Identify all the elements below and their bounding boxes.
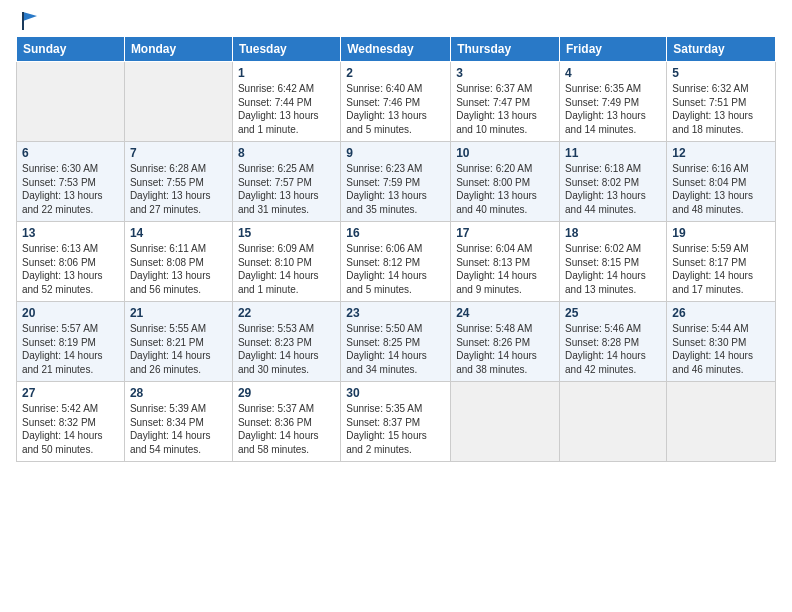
day-info: Sunrise: 6:42 AM Sunset: 7:44 PM Dayligh…	[238, 82, 335, 136]
calendar-cell: 17Sunrise: 6:04 AM Sunset: 8:13 PM Dayli…	[451, 222, 560, 302]
day-info: Sunrise: 5:53 AM Sunset: 8:23 PM Dayligh…	[238, 322, 335, 376]
day-info: Sunrise: 6:18 AM Sunset: 8:02 PM Dayligh…	[565, 162, 661, 216]
logo	[16, 10, 39, 28]
calendar-week-5: 27Sunrise: 5:42 AM Sunset: 8:32 PM Dayli…	[17, 382, 776, 462]
day-info: Sunrise: 5:50 AM Sunset: 8:25 PM Dayligh…	[346, 322, 445, 376]
header	[16, 10, 776, 28]
day-info: Sunrise: 6:23 AM Sunset: 7:59 PM Dayligh…	[346, 162, 445, 216]
calendar-header-row: SundayMondayTuesdayWednesdayThursdayFrid…	[17, 37, 776, 62]
calendar-cell	[560, 382, 667, 462]
calendar-cell: 8Sunrise: 6:25 AM Sunset: 7:57 PM Daylig…	[232, 142, 340, 222]
day-info: Sunrise: 6:16 AM Sunset: 8:04 PM Dayligh…	[672, 162, 770, 216]
logo-flag-icon	[19, 10, 39, 32]
calendar-cell: 2Sunrise: 6:40 AM Sunset: 7:46 PM Daylig…	[341, 62, 451, 142]
day-number: 10	[456, 146, 554, 160]
day-info: Sunrise: 6:37 AM Sunset: 7:47 PM Dayligh…	[456, 82, 554, 136]
calendar-cell: 14Sunrise: 6:11 AM Sunset: 8:08 PM Dayli…	[124, 222, 232, 302]
day-number: 13	[22, 226, 119, 240]
calendar-cell: 29Sunrise: 5:37 AM Sunset: 8:36 PM Dayli…	[232, 382, 340, 462]
calendar-cell: 30Sunrise: 5:35 AM Sunset: 8:37 PM Dayli…	[341, 382, 451, 462]
calendar-cell	[124, 62, 232, 142]
calendar-cell: 12Sunrise: 6:16 AM Sunset: 8:04 PM Dayli…	[667, 142, 776, 222]
day-info: Sunrise: 6:32 AM Sunset: 7:51 PM Dayligh…	[672, 82, 770, 136]
day-number: 14	[130, 226, 227, 240]
day-info: Sunrise: 6:04 AM Sunset: 8:13 PM Dayligh…	[456, 242, 554, 296]
day-number: 16	[346, 226, 445, 240]
day-number: 26	[672, 306, 770, 320]
calendar-cell: 5Sunrise: 6:32 AM Sunset: 7:51 PM Daylig…	[667, 62, 776, 142]
day-info: Sunrise: 6:25 AM Sunset: 7:57 PM Dayligh…	[238, 162, 335, 216]
day-info: Sunrise: 5:46 AM Sunset: 8:28 PM Dayligh…	[565, 322, 661, 376]
day-info: Sunrise: 6:02 AM Sunset: 8:15 PM Dayligh…	[565, 242, 661, 296]
day-number: 21	[130, 306, 227, 320]
day-number: 23	[346, 306, 445, 320]
calendar-cell: 21Sunrise: 5:55 AM Sunset: 8:21 PM Dayli…	[124, 302, 232, 382]
calendar-cell: 1Sunrise: 6:42 AM Sunset: 7:44 PM Daylig…	[232, 62, 340, 142]
calendar-cell: 11Sunrise: 6:18 AM Sunset: 8:02 PM Dayli…	[560, 142, 667, 222]
calendar-header-monday: Monday	[124, 37, 232, 62]
day-info: Sunrise: 6:35 AM Sunset: 7:49 PM Dayligh…	[565, 82, 661, 136]
day-number: 8	[238, 146, 335, 160]
day-info: Sunrise: 6:13 AM Sunset: 8:06 PM Dayligh…	[22, 242, 119, 296]
calendar-cell: 27Sunrise: 5:42 AM Sunset: 8:32 PM Dayli…	[17, 382, 125, 462]
svg-marker-0	[23, 12, 37, 30]
calendar-cell: 22Sunrise: 5:53 AM Sunset: 8:23 PM Dayli…	[232, 302, 340, 382]
day-number: 29	[238, 386, 335, 400]
day-info: Sunrise: 5:48 AM Sunset: 8:26 PM Dayligh…	[456, 322, 554, 376]
day-number: 18	[565, 226, 661, 240]
calendar-header-thursday: Thursday	[451, 37, 560, 62]
day-info: Sunrise: 5:55 AM Sunset: 8:21 PM Dayligh…	[130, 322, 227, 376]
day-number: 20	[22, 306, 119, 320]
calendar-header-tuesday: Tuesday	[232, 37, 340, 62]
calendar-cell: 20Sunrise: 5:57 AM Sunset: 8:19 PM Dayli…	[17, 302, 125, 382]
calendar-cell: 15Sunrise: 6:09 AM Sunset: 8:10 PM Dayli…	[232, 222, 340, 302]
calendar-cell: 28Sunrise: 5:39 AM Sunset: 8:34 PM Dayli…	[124, 382, 232, 462]
calendar-header-saturday: Saturday	[667, 37, 776, 62]
calendar-cell: 6Sunrise: 6:30 AM Sunset: 7:53 PM Daylig…	[17, 142, 125, 222]
day-info: Sunrise: 6:28 AM Sunset: 7:55 PM Dayligh…	[130, 162, 227, 216]
calendar: SundayMondayTuesdayWednesdayThursdayFrid…	[16, 36, 776, 462]
day-number: 22	[238, 306, 335, 320]
page: SundayMondayTuesdayWednesdayThursdayFrid…	[0, 0, 792, 472]
day-number: 17	[456, 226, 554, 240]
calendar-week-4: 20Sunrise: 5:57 AM Sunset: 8:19 PM Dayli…	[17, 302, 776, 382]
day-info: Sunrise: 5:37 AM Sunset: 8:36 PM Dayligh…	[238, 402, 335, 456]
calendar-header-friday: Friday	[560, 37, 667, 62]
calendar-header-wednesday: Wednesday	[341, 37, 451, 62]
calendar-cell	[17, 62, 125, 142]
day-number: 6	[22, 146, 119, 160]
day-number: 12	[672, 146, 770, 160]
calendar-cell: 10Sunrise: 6:20 AM Sunset: 8:00 PM Dayli…	[451, 142, 560, 222]
calendar-week-3: 13Sunrise: 6:13 AM Sunset: 8:06 PM Dayli…	[17, 222, 776, 302]
day-number: 3	[456, 66, 554, 80]
day-info: Sunrise: 6:11 AM Sunset: 8:08 PM Dayligh…	[130, 242, 227, 296]
day-info: Sunrise: 6:20 AM Sunset: 8:00 PM Dayligh…	[456, 162, 554, 216]
day-info: Sunrise: 6:30 AM Sunset: 7:53 PM Dayligh…	[22, 162, 119, 216]
day-number: 7	[130, 146, 227, 160]
day-number: 2	[346, 66, 445, 80]
calendar-cell: 26Sunrise: 5:44 AM Sunset: 8:30 PM Dayli…	[667, 302, 776, 382]
calendar-cell: 23Sunrise: 5:50 AM Sunset: 8:25 PM Dayli…	[341, 302, 451, 382]
calendar-cell: 19Sunrise: 5:59 AM Sunset: 8:17 PM Dayli…	[667, 222, 776, 302]
calendar-header-sunday: Sunday	[17, 37, 125, 62]
day-info: Sunrise: 6:06 AM Sunset: 8:12 PM Dayligh…	[346, 242, 445, 296]
calendar-cell: 25Sunrise: 5:46 AM Sunset: 8:28 PM Dayli…	[560, 302, 667, 382]
calendar-cell: 24Sunrise: 5:48 AM Sunset: 8:26 PM Dayli…	[451, 302, 560, 382]
day-number: 9	[346, 146, 445, 160]
calendar-cell: 18Sunrise: 6:02 AM Sunset: 8:15 PM Dayli…	[560, 222, 667, 302]
calendar-week-2: 6Sunrise: 6:30 AM Sunset: 7:53 PM Daylig…	[17, 142, 776, 222]
day-number: 4	[565, 66, 661, 80]
day-number: 5	[672, 66, 770, 80]
day-number: 11	[565, 146, 661, 160]
day-number: 27	[22, 386, 119, 400]
day-number: 19	[672, 226, 770, 240]
day-number: 1	[238, 66, 335, 80]
calendar-cell: 4Sunrise: 6:35 AM Sunset: 7:49 PM Daylig…	[560, 62, 667, 142]
day-number: 30	[346, 386, 445, 400]
calendar-cell: 7Sunrise: 6:28 AM Sunset: 7:55 PM Daylig…	[124, 142, 232, 222]
day-info: Sunrise: 6:40 AM Sunset: 7:46 PM Dayligh…	[346, 82, 445, 136]
day-info: Sunrise: 5:44 AM Sunset: 8:30 PM Dayligh…	[672, 322, 770, 376]
calendar-cell: 16Sunrise: 6:06 AM Sunset: 8:12 PM Dayli…	[341, 222, 451, 302]
day-info: Sunrise: 5:39 AM Sunset: 8:34 PM Dayligh…	[130, 402, 227, 456]
day-info: Sunrise: 5:35 AM Sunset: 8:37 PM Dayligh…	[346, 402, 445, 456]
